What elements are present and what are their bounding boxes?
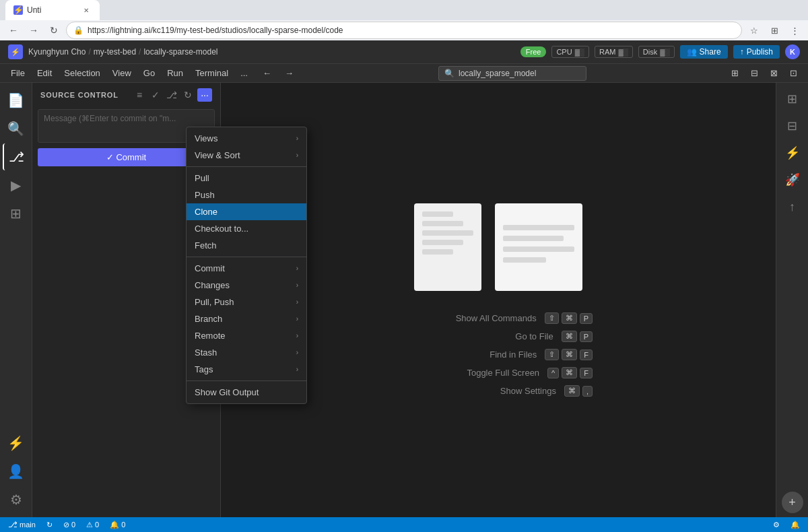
- doc-preview-left: [414, 203, 481, 291]
- sidebar-branch-btn[interactable]: ⎇: [165, 88, 178, 102]
- activity-account[interactable]: 👤: [3, 458, 30, 485]
- sidebar-refresh-btn[interactable]: ↻: [181, 88, 195, 102]
- nav-back-btn[interactable]: ←: [257, 66, 277, 80]
- sidebar-check-btn[interactable]: ✓: [149, 88, 162, 102]
- key-p-2: P: [580, 331, 593, 342]
- menu-go[interactable]: Go: [138, 66, 160, 80]
- shortcut-keys-commands: ⇧ ⌘ P: [545, 312, 593, 324]
- status-errors[interactable]: ⊘ 0: [61, 521, 78, 529]
- nav-forward-btn[interactable]: →: [279, 66, 299, 80]
- user-avatar[interactable]: K: [785, 44, 800, 59]
- commit-placeholder: Message (⌘Enter to commit on "m...: [44, 114, 176, 123]
- key-cmd-2: ⌘: [562, 331, 577, 342]
- free-badge[interactable]: Free: [520, 46, 547, 57]
- tab-close-btn[interactable]: ✕: [81, 5, 92, 15]
- status-bell[interactable]: 🔔: [788, 521, 803, 529]
- right-panel-btn[interactable]: ⊟: [780, 114, 805, 138]
- key-shift: ⇧: [545, 312, 559, 324]
- right-add-btn[interactable]: +: [782, 492, 803, 513]
- activity-settings[interactable]: ⚙: [3, 486, 30, 513]
- right-up-btn[interactable]: ↑: [780, 195, 805, 219]
- app-header: ⚡ Kyunghyun Cho / my-test-bed / locally-…: [0, 40, 808, 64]
- extensions-btn[interactable]: ⊞: [766, 22, 782, 38]
- remote-arrow: ›: [296, 332, 298, 339]
- layout-sidebar-btn[interactable]: ⊞: [726, 66, 744, 80]
- publish-button[interactable]: ↑ Publish: [733, 45, 780, 59]
- sidebar-list-btn[interactable]: ≡: [133, 88, 146, 102]
- menu-edit[interactable]: Edit: [32, 66, 57, 80]
- sidebar-actions: ≡ ✓ ⎇ ↻ ···: [133, 88, 212, 102]
- cpu-metric: CPU ▓░: [551, 46, 589, 58]
- browser-tabs: ⚡ Unti ✕: [0, 0, 808, 20]
- doc-line-1: [422, 211, 453, 217]
- dropdown-item-view-sort[interactable]: View & Sort ›: [187, 147, 306, 164]
- source-control-dropdown: Views › View & Sort › Pull Push Clone: [186, 127, 307, 404]
- doc-side-line-3: [503, 246, 574, 252]
- dropdown-item-pull[interactable]: Pull: [187, 170, 306, 187]
- dropdown-item-pull-push[interactable]: Pull, Push ›: [187, 294, 306, 310]
- shortcut-keys-settings: ⌘ ,: [564, 385, 593, 397]
- dropdown-item-clone[interactable]: Clone: [187, 203, 306, 220]
- breadcrumb-sep1: /: [88, 47, 90, 57]
- menu-more[interactable]: ...: [235, 66, 253, 80]
- activity-extensions[interactable]: ⊞: [3, 200, 30, 227]
- tags-arrow: ›: [296, 366, 298, 373]
- right-toggle-sidebar[interactable]: ⊞: [780, 87, 805, 111]
- dropdown-item-show-git-output[interactable]: Show Git Output: [187, 384, 306, 401]
- key-cmd-4: ⌘: [562, 367, 577, 378]
- dropdown-item-tags[interactable]: Tags ›: [187, 361, 306, 378]
- shortcut-row-commands: Show All Commands ⇧ ⌘ P: [404, 312, 593, 324]
- breadcrumb-sep2: /: [139, 47, 141, 57]
- url-text: https://lightning.ai/kc119/my-test-bed/s…: [88, 26, 343, 35]
- more-options-btn[interactable]: ⋮: [786, 22, 803, 38]
- forward-btn[interactable]: →: [26, 22, 42, 38]
- doc-side-line-2: [503, 236, 564, 241]
- dropdown-item-fetch[interactable]: Fetch: [187, 237, 306, 254]
- dropdown-item-commit[interactable]: Commit ›: [187, 260, 306, 277]
- sidebar-more-btn[interactable]: ···: [197, 88, 212, 102]
- reload-btn[interactable]: ↻: [46, 22, 62, 38]
- activity-source-control[interactable]: ⎇: [3, 143, 30, 170]
- address-bar[interactable]: 🔒 https://lightning.ai/kc119/my-test-bed…: [66, 22, 742, 39]
- activity-remote[interactable]: ⚡: [3, 430, 30, 457]
- layout-panel-btn[interactable]: ⊟: [745, 66, 764, 80]
- dropdown-item-stash[interactable]: Stash ›: [187, 344, 306, 361]
- branch-name: main: [20, 521, 36, 529]
- activity-explorer[interactable]: 📄: [3, 87, 30, 114]
- right-active-btn[interactable]: ⚡: [780, 141, 805, 165]
- status-notifications[interactable]: 🔔 0: [107, 521, 128, 529]
- status-warnings[interactable]: ⚠ 0: [83, 521, 102, 529]
- breadcrumb-project[interactable]: locally-sparse-model: [143, 47, 217, 57]
- status-branch[interactable]: ⎇ main: [5, 520, 38, 529]
- dropdown-sep-1: [187, 166, 306, 167]
- menu-terminal[interactable]: Terminal: [190, 66, 234, 80]
- shortcut-row-fullscreen: Toggle Full Screen ^ ⌘ F: [404, 367, 593, 378]
- dropdown-item-branch[interactable]: Branch ›: [187, 310, 306, 327]
- layout-editor-btn[interactable]: ⊠: [765, 66, 783, 80]
- menu-selection[interactable]: Selection: [59, 66, 105, 80]
- dropdown-item-views[interactable]: Views ›: [187, 130, 306, 147]
- dropdown-item-remote[interactable]: Remote ›: [187, 327, 306, 344]
- bookmark-btn[interactable]: ☆: [746, 22, 762, 38]
- breadcrumb-workspace[interactable]: my-test-bed: [94, 47, 136, 57]
- key-comma: ,: [582, 386, 593, 397]
- menu-run[interactable]: Run: [162, 66, 189, 80]
- activity-search[interactable]: 🔍: [3, 115, 30, 142]
- menu-file[interactable]: File: [5, 66, 30, 80]
- status-remote[interactable]: ⚙: [770, 521, 782, 529]
- dropdown-item-checkout[interactable]: Checkout to...: [187, 220, 306, 237]
- search-bar[interactable]: 🔍 locally_sparse_model: [438, 66, 586, 81]
- share-button[interactable]: 👥 Share: [680, 45, 728, 59]
- sidebar-header: SOURCE CONTROL ≡ ✓ ⎇ ↻ ···: [32, 83, 220, 106]
- dropdown-item-push[interactable]: Push: [187, 187, 306, 203]
- back-btn[interactable]: ←: [5, 22, 22, 38]
- active-tab[interactable]: ⚡ Unti ✕: [5, 0, 100, 20]
- status-sync[interactable]: ↻: [44, 521, 55, 529]
- right-rocket-btn[interactable]: 🚀: [780, 168, 805, 192]
- key-cmd: ⌘: [562, 312, 577, 324]
- breadcrumb-user[interactable]: Kyunghyun Cho: [28, 47, 86, 57]
- dropdown-item-changes[interactable]: Changes ›: [187, 277, 306, 294]
- menu-view[interactable]: View: [107, 66, 137, 80]
- activity-run-debug[interactable]: ▶: [3, 172, 30, 199]
- layout-full-btn[interactable]: ⊡: [784, 66, 803, 80]
